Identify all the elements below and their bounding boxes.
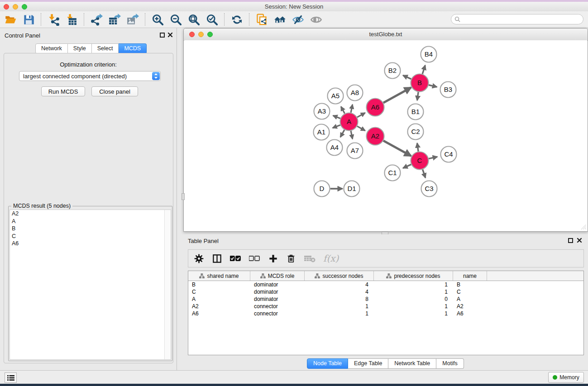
cell[interactable]: 1 [305,303,374,310]
refresh-view-icon[interactable] [229,13,244,26]
import-table-icon[interactable] [64,13,79,26]
edge-C-C4[interactable] [429,157,437,158]
node-A2[interactable]: A2 [367,128,384,145]
function-builder-icon[interactable]: f(x) [323,254,339,263]
clone-network-icon[interactable] [254,13,269,26]
tab-mcds[interactable]: MCDS [119,43,147,54]
edge-A-A5[interactable] [341,106,344,113]
cell[interactable]: 1 [374,310,453,317]
node-A8[interactable]: A8 [347,85,363,101]
search-box[interactable] [451,14,583,24]
cell[interactable]: 4 [305,289,374,295]
import-network-icon[interactable] [46,13,61,26]
column-header-successor-nodes[interactable]: successor nodes [305,271,374,281]
cell[interactable]: B [188,281,250,288]
edge-B-B2[interactable] [403,75,411,79]
result-list-item[interactable]: A6 [10,240,171,248]
node-B3[interactable]: B3 [440,82,456,98]
show-hide-columns-icon[interactable] [212,253,222,264]
network-graph[interactable]: B4B2BB3A8A5A6A3B1AA1C2A2A4A7C4CC1C3DD1 [184,40,587,231]
edge-B-B3[interactable] [429,85,437,87]
edge-A-A3[interactable] [333,115,340,118]
task-history-button[interactable] [5,372,17,383]
network-window-titlebar[interactable]: testGlobe.txt [184,29,588,41]
cell[interactable]: A2 [453,303,487,310]
cell[interactable]: 1 [374,281,453,288]
table-row-A2[interactable]: A2connector11A2 [188,303,583,310]
node-C1[interactable]: C1 [385,165,401,181]
table-row-B[interactable]: Bdominator41B [188,281,583,288]
zoom-out-icon[interactable] [168,13,183,26]
tab-edge-table[interactable]: Edge Table [348,358,388,369]
node-A[interactable]: A [340,113,358,131]
node-B2[interactable]: B2 [385,63,401,79]
export-image-icon[interactable] [125,13,140,26]
zoom-fit-icon[interactable] [186,13,201,26]
cell[interactable]: dominator [250,289,305,295]
hide-graphics-details-icon[interactable] [290,13,306,26]
node-B[interactable]: B [411,74,429,92]
column-header-predecessor-nodes[interactable]: predecessor nodes [374,271,453,281]
cell[interactable]: 1 [374,289,453,295]
node-C2[interactable]: C2 [408,124,424,140]
run-mcds-button[interactable]: Run MCDS [41,86,85,96]
cell[interactable]: 1 [374,303,453,310]
node-A4[interactable]: A4 [327,140,343,156]
edge-A2-C[interactable] [383,141,411,156]
edge-A-A8[interactable] [351,105,353,113]
select-all-columns-icon[interactable] [230,253,241,264]
network-view-window[interactable]: testGlobe.txt B4B2BB3A8A5A6A3B1AA1C2A2A4… [183,28,588,232]
cell[interactable]: connector [250,303,305,310]
table-float-panel-icon[interactable] [568,238,573,243]
cell[interactable]: B [453,281,487,288]
cell[interactable]: A6 [188,310,250,317]
table-row-A6[interactable]: A6connector11A6 [188,310,583,317]
edge-A6-B[interactable] [383,87,411,103]
search-input[interactable] [462,16,583,23]
cell[interactable]: dominator [250,281,305,288]
memory-button[interactable]: Memory [548,372,584,383]
cell[interactable]: A [188,296,250,302]
node-C3[interactable]: C3 [421,181,437,197]
optimization-criterion-select[interactable]: largest connected component (directed) [19,71,161,81]
edge-C-C2[interactable] [417,143,419,151]
node-D1[interactable]: D1 [344,181,360,197]
table-mode-gear-icon[interactable] [194,253,204,264]
node-B1[interactable]: B1 [408,104,424,120]
result-list-scrollbar[interactable] [164,210,171,359]
tab-style[interactable]: Style [68,43,92,54]
node-table[interactable]: shared nameMCDS rolesuccessor nodesprede… [188,271,584,355]
node-C4[interactable]: C4 [441,147,457,162]
result-list-item[interactable]: C [10,233,171,240]
node-B4[interactable]: B4 [421,47,437,62]
tab-motifs[interactable]: Motifs [436,358,464,369]
node-C[interactable]: C [411,152,429,170]
deselect-all-columns-icon[interactable] [249,253,260,264]
delete-column-icon[interactable] [286,253,296,264]
close-panel-button[interactable]: Close panel [91,86,138,96]
resize-grip-icon[interactable] [580,224,586,230]
table-row-C[interactable]: Cdominator41C [188,288,583,295]
cell[interactable]: A6 [453,310,487,317]
result-list-item[interactable]: B [10,225,171,233]
edge-A-A2[interactable] [357,126,365,131]
birds-eye-view-icon[interactable] [308,13,324,26]
cell[interactable]: C [188,289,250,295]
edge-C-C3[interactable] [423,169,425,177]
table-close-panel-icon[interactable] [577,238,582,243]
tab-network-table[interactable]: Network Table [388,358,436,369]
tab-select[interactable]: Select [92,43,119,54]
delete-table-icon[interactable] [304,254,316,263]
float-panel-icon[interactable] [160,33,165,38]
zoom-selected-icon[interactable] [204,13,220,26]
result-list-item[interactable]: A [10,218,171,225]
main-titlebar[interactable]: Session: New Session [0,2,588,12]
save-session-icon[interactable] [21,13,36,26]
column-header-name[interactable]: name [453,271,487,281]
close-panel-icon[interactable] [167,32,173,38]
cell[interactable]: A2 [188,303,250,310]
zoom-in-icon[interactable] [150,13,165,26]
edge-A-A6[interactable] [357,113,365,117]
node-A5[interactable]: A5 [328,88,344,104]
mcds-result-list[interactable]: A2ABCA6 [10,210,171,360]
